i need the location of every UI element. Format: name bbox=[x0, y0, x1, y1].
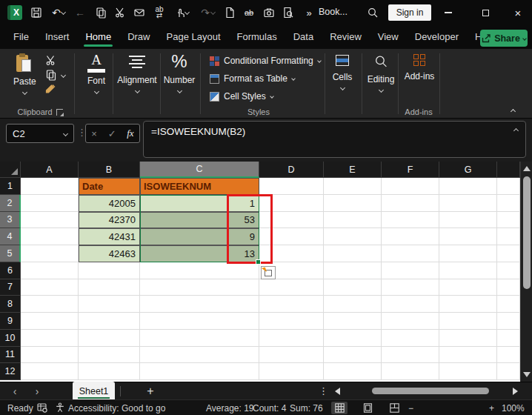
grid-cell[interactable] bbox=[79, 330, 140, 347]
row-header-3[interactable]: 3 bbox=[0, 212, 21, 229]
grid-cell[interactable] bbox=[21, 279, 79, 296]
editing-menu[interactable]: Editing bbox=[365, 54, 397, 92]
share-button[interactable]: Share bbox=[480, 30, 528, 47]
vertical-scrollbar-thumb[interactable] bbox=[523, 176, 531, 289]
ribbon-tab-review[interactable]: Review bbox=[322, 25, 370, 49]
grid-cell[interactable] bbox=[79, 262, 140, 279]
cell-styles-button[interactable]: Cell Styles bbox=[210, 91, 273, 102]
grid-cell[interactable] bbox=[497, 228, 520, 245]
page-layout-view-button[interactable] bbox=[359, 402, 376, 414]
accessibility-status[interactable]: Accessibility: Good to go bbox=[68, 403, 165, 414]
grid-cell[interactable] bbox=[21, 296, 79, 313]
conditional-formatting-button[interactable]: Conditional Formatting bbox=[210, 56, 321, 66]
grid-cell[interactable] bbox=[21, 347, 79, 364]
grid-cell[interactable] bbox=[21, 245, 79, 262]
row-header-1[interactable]: 1 bbox=[0, 178, 21, 195]
cell-B1[interactable]: Date bbox=[79, 178, 140, 195]
email-icon[interactable] bbox=[130, 3, 149, 22]
cell-B2[interactable]: 42005 bbox=[79, 195, 140, 212]
grid-cell[interactable] bbox=[382, 178, 439, 195]
grid-cell[interactable] bbox=[259, 279, 324, 296]
page-break-view-button[interactable] bbox=[386, 402, 402, 414]
save-icon[interactable] bbox=[27, 3, 46, 22]
grid-cell[interactable] bbox=[140, 279, 259, 296]
grid-cell[interactable] bbox=[497, 363, 520, 380]
grid-cell[interactable] bbox=[21, 262, 79, 279]
column-header-C[interactable]: C bbox=[140, 162, 259, 178]
grid-cell[interactable] bbox=[439, 363, 497, 380]
column-header-E[interactable]: E bbox=[324, 162, 382, 178]
grid-cell[interactable] bbox=[140, 347, 259, 364]
column-header-partial[interactable] bbox=[497, 162, 520, 178]
replace-icon[interactable]: ab⇄ bbox=[150, 3, 169, 22]
grid-cell[interactable] bbox=[497, 347, 520, 364]
grid-cell[interactable] bbox=[21, 178, 79, 195]
grid-cell[interactable] bbox=[382, 245, 439, 262]
insert-function-icon[interactable]: fx bbox=[127, 127, 133, 139]
copy-icon[interactable] bbox=[91, 3, 110, 22]
row-header-11[interactable]: 11 bbox=[0, 347, 21, 364]
scroll-left-icon[interactable] bbox=[335, 388, 340, 395]
grid-cell[interactable] bbox=[439, 212, 497, 229]
accessibility-icon[interactable] bbox=[55, 402, 65, 415]
row-header-5[interactable]: 5 bbox=[0, 245, 21, 262]
font-menu[interactable]: A Font bbox=[82, 53, 111, 93]
scroll-right-icon[interactable] bbox=[513, 388, 518, 395]
collapse-ribbon-icon[interactable] bbox=[511, 109, 516, 114]
find-preview-icon[interactable] bbox=[279, 3, 298, 22]
grid-cell[interactable] bbox=[259, 212, 324, 229]
zoom-in-button[interactable]: + bbox=[489, 403, 494, 414]
alignment-menu[interactable]: Alignment bbox=[117, 56, 157, 93]
grid-cell[interactable] bbox=[382, 262, 439, 279]
horizontal-scrollbar-thumb[interactable] bbox=[372, 388, 489, 394]
grid-cell[interactable] bbox=[79, 279, 140, 296]
scroll-up-icon[interactable] bbox=[523, 166, 531, 171]
grid-cell[interactable] bbox=[497, 178, 520, 195]
grid-cell[interactable] bbox=[324, 212, 382, 229]
row-header-2[interactable]: 2 bbox=[0, 195, 21, 212]
column-header-G[interactable]: G bbox=[439, 162, 497, 178]
row-header-12[interactable]: 12 bbox=[0, 363, 21, 380]
prev-sheet-icon[interactable]: ‹ bbox=[7, 385, 22, 398]
grid-cell[interactable] bbox=[140, 313, 259, 330]
grid-cell[interactable] bbox=[21, 363, 79, 380]
grid-cell[interactable] bbox=[439, 313, 497, 330]
ribbon-tab-file[interactable]: File bbox=[5, 25, 37, 49]
grid-cell[interactable] bbox=[324, 330, 382, 347]
more-commands-icon[interactable]: » bbox=[299, 3, 319, 22]
grid-cell[interactable] bbox=[497, 262, 520, 279]
grid-cell[interactable] bbox=[382, 279, 439, 296]
format-painter-button[interactable] bbox=[44, 84, 57, 99]
ribbon-tab-formulas[interactable]: Formulas bbox=[229, 25, 285, 49]
row-header-7[interactable]: 7 bbox=[0, 279, 21, 296]
grid-cell[interactable] bbox=[382, 296, 439, 313]
cells-menu[interactable]: Cells bbox=[327, 55, 357, 90]
minimize-button[interactable] bbox=[437, 0, 459, 25]
grid-cell[interactable] bbox=[497, 195, 520, 212]
zoom-out-button[interactable]: − bbox=[408, 403, 413, 414]
zoom-level[interactable]: 100% bbox=[502, 403, 525, 414]
sheet-tab-sheet1[interactable]: Sheet1 bbox=[73, 382, 115, 400]
grid-cell[interactable] bbox=[382, 313, 439, 330]
close-button[interactable]: × bbox=[507, 0, 529, 25]
grid-cell[interactable] bbox=[382, 195, 439, 212]
grid-cell[interactable] bbox=[140, 330, 259, 347]
cancel-icon[interactable]: × bbox=[91, 128, 97, 139]
column-header-D[interactable]: D bbox=[259, 162, 324, 178]
ribbon-tab-insert[interactable]: Insert bbox=[37, 25, 78, 49]
new-sheet-button[interactable]: + bbox=[142, 383, 159, 399]
grid-cell[interactable] bbox=[259, 296, 324, 313]
ink-strikethrough-icon[interactable]: ab bbox=[239, 3, 259, 22]
excel-logo-icon[interactable]: X bbox=[7, 5, 22, 20]
ribbon-tab-developer[interactable]: Developer bbox=[407, 25, 467, 49]
grid-cell[interactable] bbox=[21, 313, 79, 330]
grid-cell[interactable] bbox=[259, 195, 324, 212]
grid-cell[interactable] bbox=[382, 330, 439, 347]
row-header-8[interactable]: 8 bbox=[0, 296, 21, 313]
grid-cell[interactable] bbox=[497, 296, 520, 313]
next-sheet-icon[interactable]: › bbox=[30, 385, 44, 398]
grid-cell[interactable] bbox=[439, 330, 497, 347]
grid-cell[interactable] bbox=[497, 245, 520, 262]
row-header-6[interactable]: 6 bbox=[0, 262, 21, 279]
grid-cell[interactable] bbox=[382, 228, 439, 245]
